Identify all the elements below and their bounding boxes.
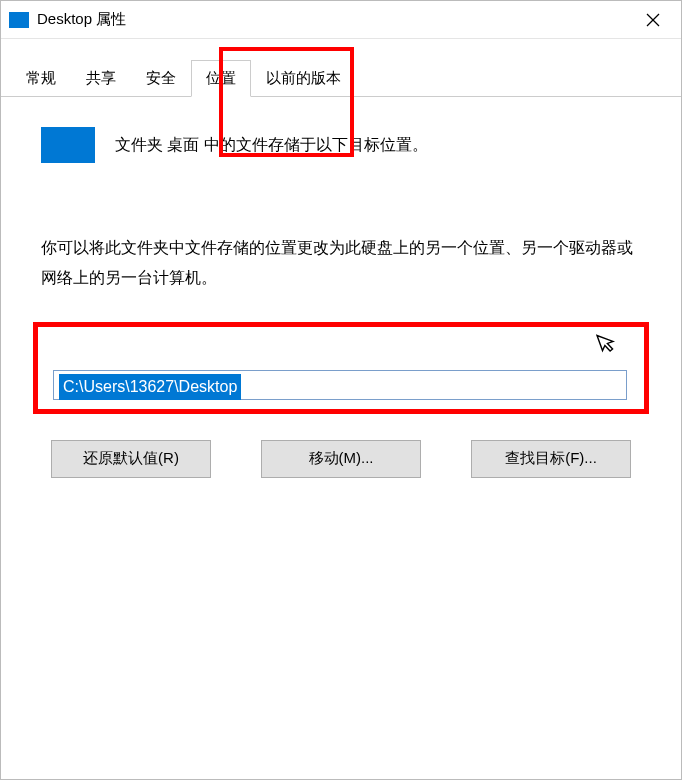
button-row: 还原默认值(R) 移动(M)... 查找目标(F)... — [41, 440, 641, 478]
location-path-input[interactable]: C:\Users\13627\Desktop — [53, 370, 627, 400]
tab-sharing[interactable]: 共享 — [71, 60, 131, 97]
path-value-selected: C:\Users\13627\Desktop — [59, 374, 241, 400]
titlebar: Desktop 属性 — [1, 1, 681, 39]
folder-title-icon — [9, 12, 29, 28]
description-text: 你可以将此文件夹中文件存储的位置更改为此硬盘上的另一个位置、另一个驱动器或网络上… — [41, 233, 641, 294]
properties-window: Desktop 属性 常规 共享 安全 位置 以前的版本 文件夹 桌面 中的文件… — [0, 0, 682, 780]
desktop-folder-icon — [41, 127, 95, 163]
tab-general[interactable]: 常规 — [11, 60, 71, 97]
tab-bar: 常规 共享 安全 位置 以前的版本 — [1, 39, 681, 97]
cursor-icon — [594, 327, 623, 362]
path-area: C:\Users\13627\Desktop — [41, 322, 641, 410]
tab-security[interactable]: 安全 — [131, 60, 191, 97]
heading-row: 文件夹 桌面 中的文件存储于以下目标位置。 — [41, 127, 641, 163]
close-button[interactable] — [633, 5, 673, 35]
close-icon — [646, 13, 660, 27]
move-button[interactable]: 移动(M)... — [261, 440, 421, 478]
restore-default-button[interactable]: 还原默认值(R) — [51, 440, 211, 478]
tab-location[interactable]: 位置 — [191, 60, 251, 97]
window-title: Desktop 属性 — [37, 10, 633, 29]
find-target-button[interactable]: 查找目标(F)... — [471, 440, 631, 478]
annotation-highlight-path — [33, 322, 649, 414]
tab-content: 文件夹 桌面 中的文件存储于以下目标位置。 你可以将此文件夹中文件存储的位置更改… — [1, 97, 681, 508]
heading-text: 文件夹 桌面 中的文件存储于以下目标位置。 — [115, 135, 428, 156]
tab-previous-versions[interactable]: 以前的版本 — [251, 60, 356, 97]
